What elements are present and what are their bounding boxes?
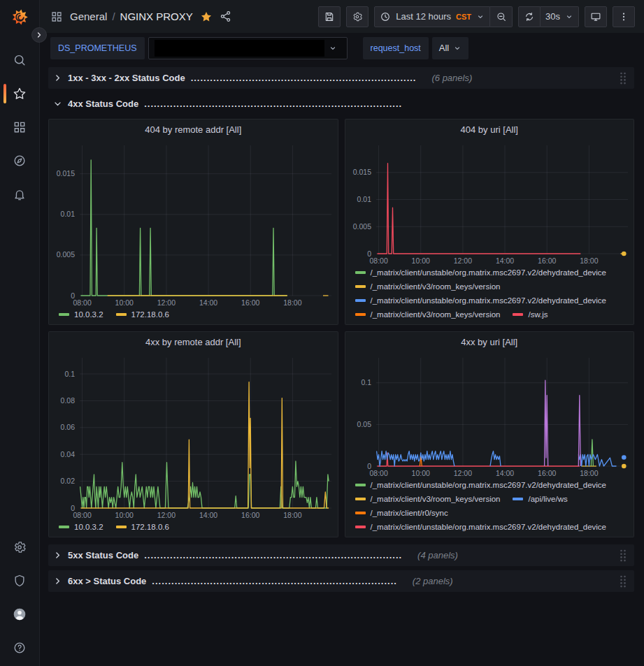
panel-404-by-uri: 404 by uri [All] 08:0010:0012:0014:0016:… <box>345 119 635 325</box>
y-tick-label: 0.08 <box>61 396 76 405</box>
legend-swatch <box>355 512 366 514</box>
more-options-button[interactable] <box>613 6 635 27</box>
breadcrumb-folder[interactable]: General <box>70 10 107 22</box>
time-series-chart[interactable]: 08:0010:0012:0014:0016:0018:0000.0050.01… <box>49 139 338 308</box>
row-6xx[interactable]: 6xx > Status Code ......................… <box>48 570 634 592</box>
row-title-dots: ........................................… <box>144 99 402 109</box>
share-icon[interactable] <box>220 10 231 22</box>
datasource-variable-select[interactable] <box>148 37 348 59</box>
legend-item[interactable]: /_matrix/client/unstable/org.matrix.msc2… <box>355 481 607 489</box>
panel-grid: 404 by remote addr [All] 08:0010:0012:00… <box>48 119 634 537</box>
page-title[interactable]: NGINX PROXY <box>120 10 193 22</box>
legend-item[interactable]: 172.18.0.6 <box>116 523 169 531</box>
panel-legend: 10.0.3.2172.18.0.6 <box>49 308 338 324</box>
favorite-star-icon[interactable] <box>200 10 213 23</box>
legend-item[interactable]: /_matrix/client/unstable/org.matrix.msc2… <box>355 268 607 277</box>
series-line <box>578 396 580 466</box>
legend-swatch <box>513 313 523 316</box>
sidebar-item-starred[interactable] <box>0 77 39 110</box>
x-tick-label: 10:00 <box>115 298 134 307</box>
refresh-interval-label: 30s <box>545 11 560 22</box>
request-host-variable-label[interactable]: request_host <box>363 37 429 59</box>
legend-item[interactable]: /_matrix/client/v3/room_keys/version <box>355 310 501 319</box>
legend-swatch <box>116 526 127 528</box>
y-tick-label: 0 <box>71 291 75 300</box>
row-title-dots: ........................................… <box>152 576 397 586</box>
legend-swatch <box>116 313 127 316</box>
x-tick-label: 14:00 <box>495 469 513 477</box>
chart-area: 08:0010:0012:0014:0016:0018:0000.0050.01… <box>49 139 338 308</box>
time-series-chart[interactable]: 08:0010:0012:0014:0016:0018:0000.050.1 <box>345 352 634 479</box>
x-tick-label: 10:00 <box>411 469 429 477</box>
request-host-variable-select[interactable]: All <box>432 37 468 59</box>
legend-item[interactable]: /api/live/ws <box>513 495 567 503</box>
row-4xx[interactable]: 4xx Status Code ........................… <box>48 93 634 115</box>
series-line <box>80 461 329 508</box>
row-1xx-3xx-2xx[interactable]: 1xx - 3xx - 2xx Status Code ............… <box>48 67 634 89</box>
sidebar-item-search[interactable] <box>0 43 39 77</box>
star-icon <box>13 87 27 101</box>
drag-handle-icon[interactable] <box>618 574 628 588</box>
zoom-out-time-button[interactable] <box>490 6 513 27</box>
series-end-point <box>621 464 626 469</box>
panel-title[interactable]: 4xx by uri [All] <box>345 332 634 352</box>
legend-item[interactable]: 10.0.3.2 <box>59 523 103 531</box>
chevron-down-icon <box>53 99 62 108</box>
gear-icon <box>352 11 363 22</box>
timezone-label: CST <box>456 13 471 21</box>
time-series-chart[interactable]: 08:0010:0012:0014:0016:0018:0000.020.040… <box>49 352 338 521</box>
series-line <box>578 454 616 466</box>
sidebar-item-server-admin[interactable] <box>0 564 39 598</box>
time-series-chart[interactable]: 08:0010:0012:0014:0016:0018:0000.0050.01… <box>345 139 634 266</box>
tv-mode-button[interactable] <box>585 6 607 27</box>
legend-item[interactable]: /_matrix/client/v3/room_keys/version <box>355 282 501 291</box>
legend-item[interactable]: /_matrix/client/unstable/org.matrix.msc2… <box>355 523 607 531</box>
legend-item[interactable]: /_matrix/client/r0/sync <box>355 509 448 517</box>
time-range-picker[interactable]: Last 12 hours CST <box>374 6 490 27</box>
panel-title[interactable]: 4xx by remote addr [All] <box>49 332 338 352</box>
chevron-right-icon <box>53 73 62 82</box>
datasource-variable-label[interactable]: DS_PROMETHEUS <box>50 37 145 59</box>
x-tick-label: 12:00 <box>157 511 176 519</box>
chevron-down-icon <box>476 13 485 21</box>
legend-label: /_matrix/client/r0/sync <box>371 509 448 517</box>
panel-404-by-remote-addr: 404 by remote addr [All] 08:0010:0012:00… <box>48 119 338 325</box>
chevron-right-icon <box>53 551 62 560</box>
refresh-interval-picker[interactable]: 30s <box>541 6 579 27</box>
drag-handle-icon[interactable] <box>618 71 628 85</box>
grafana-logo[interactable] <box>0 0 39 34</box>
sidebar-item-help[interactable] <box>0 631 39 665</box>
x-tick-label: 12:00 <box>453 256 471 265</box>
legend-label: /_matrix/client/v3/room_keys/version <box>371 495 501 503</box>
y-tick-label: 0 <box>367 249 371 258</box>
sidebar-expand-button[interactable] <box>31 27 47 43</box>
panel-title[interactable]: 404 by remote addr [All] <box>49 120 338 139</box>
sidebar-item-alerting[interactable] <box>0 178 39 211</box>
chart-area: 08:0010:0012:0014:0016:0018:0000.0050.01… <box>345 139 634 266</box>
legend-item[interactable]: 10.0.3.2 <box>59 310 103 319</box>
save-icon <box>324 11 335 22</box>
legend-item[interactable]: /_matrix/client/unstable/org.matrix.msc2… <box>355 296 607 305</box>
refresh-button[interactable] <box>518 6 541 27</box>
sidebar <box>0 0 40 666</box>
drag-handle-icon[interactable] <box>618 549 628 563</box>
clock-icon <box>380 11 391 22</box>
legend-item[interactable]: 172.18.0.6 <box>116 310 169 319</box>
legend-label: /_matrix/client/v3/room_keys/version <box>371 282 501 291</box>
panel-title[interactable]: 404 by uri [All] <box>345 120 634 139</box>
sidebar-item-configuration[interactable] <box>0 530 39 564</box>
dashboard-settings-button[interactable] <box>346 6 368 27</box>
legend-item[interactable]: /_matrix/client/v3/room_keys/version <box>355 495 501 503</box>
sidebar-item-dashboards[interactable] <box>0 110 39 144</box>
sidebar-item-profile[interactable] <box>0 598 39 631</box>
dashboard-header: General / NGINX PROXY Last 12 hour <box>40 0 644 33</box>
legend-item[interactable]: /sw.js <box>513 310 548 319</box>
chevron-right-icon <box>53 577 62 586</box>
row-5xx[interactable]: 5xx Status Code ........................… <box>48 544 634 566</box>
series-end-point <box>621 252 626 256</box>
x-tick-label: 16:00 <box>241 298 259 307</box>
sidebar-item-explore[interactable] <box>0 144 39 178</box>
save-dashboard-button[interactable] <box>318 6 341 27</box>
zoom-out-icon <box>496 11 507 22</box>
series-line <box>81 160 287 296</box>
